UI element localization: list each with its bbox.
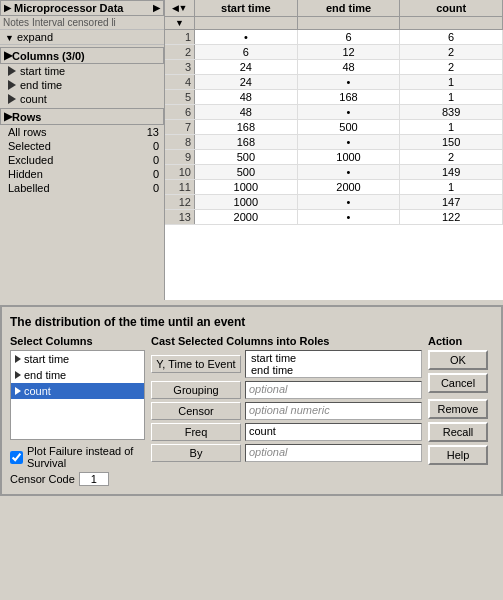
rows-header[interactable]: ▶ Rows [0, 108, 164, 125]
filter-start[interactable] [195, 17, 298, 29]
table-row[interactable]: 9 500 1000 2 [165, 150, 503, 165]
cell-start: 48 [195, 105, 298, 119]
table-row[interactable]: 3 24 48 2 [165, 60, 503, 75]
table-row[interactable]: 2 6 12 2 [165, 45, 503, 60]
column-end-time[interactable]: end time [0, 78, 164, 92]
columns-collapse-icon: ▶ [4, 49, 12, 62]
column-list[interactable]: start time end time count [10, 350, 145, 440]
table-row[interactable]: 8 168 • 150 [165, 135, 503, 150]
cell-start: 2000 [195, 210, 298, 224]
cell-count: 2 [400, 60, 503, 74]
sort-icon-start [8, 66, 16, 76]
row-num: 9 [165, 150, 195, 164]
filter-row: ▼ [165, 17, 503, 30]
col-tri-start [15, 355, 21, 363]
expand-label: expand [17, 31, 53, 43]
col-list-label-start: start time [24, 353, 69, 365]
th-start-time[interactable]: start time [195, 0, 298, 16]
filter-end[interactable] [298, 17, 401, 29]
cell-start: • [195, 30, 298, 44]
cell-end: • [298, 135, 401, 149]
cell-start: 168 [195, 135, 298, 149]
cell-start: 1000 [195, 180, 298, 194]
dialog-title: The distribution of the time until an ev… [10, 315, 493, 329]
table-row[interactable]: 11 1000 2000 1 [165, 180, 503, 195]
table-corner: ◀ ▼ [165, 0, 195, 16]
cell-count: 2 [400, 45, 503, 59]
dataset-header[interactable]: ▶ Microprocessor Data ▶ [0, 0, 164, 16]
th-count[interactable]: count [400, 0, 503, 16]
row-num: 11 [165, 180, 195, 194]
collapse-icon: ▶ [4, 3, 11, 13]
rows-excluded-value: 0 [153, 154, 159, 166]
select-columns-label: Select Columns [10, 335, 145, 347]
rows-allrows-label: All rows [8, 126, 47, 138]
help-button[interactable]: Help [428, 445, 488, 465]
table-header: ◀ ▼ start time end time count [165, 0, 503, 17]
cast-btn-freq[interactable]: Freq [151, 423, 241, 441]
rows-hidden-value: 0 [153, 168, 159, 180]
sort-icon-count [8, 94, 16, 104]
table-row[interactable]: 4 24 • 1 [165, 75, 503, 90]
cancel-button[interactable]: Cancel [428, 373, 488, 393]
action-section: Action OK Cancel Remove Recall Help [428, 335, 493, 486]
cell-end: 48 [298, 60, 401, 74]
action-label: Action [428, 335, 493, 347]
col-list-item-count[interactable]: count [11, 383, 144, 399]
cast-btn-y[interactable]: Y, Time to Event [151, 355, 241, 373]
column-label-start: start time [20, 65, 65, 77]
row-num: 1 [165, 30, 195, 44]
cast-row-y: Y, Time to Event start time end time [151, 350, 422, 378]
row-num: 8 [165, 135, 195, 149]
cell-count: 6 [400, 30, 503, 44]
ok-button[interactable]: OK [428, 350, 488, 370]
checkbox-label: Plot Failure instead of Survival [27, 445, 145, 469]
corner-arrow-left: ◀ [172, 3, 179, 13]
cell-count: 2 [400, 150, 503, 164]
cell-count: 147 [400, 195, 503, 209]
cell-count: 839 [400, 105, 503, 119]
cast-btn-by[interactable]: By [151, 444, 241, 462]
cast-btn-grouping[interactable]: Grouping [151, 381, 241, 399]
table-row[interactable]: 5 48 168 1 [165, 90, 503, 105]
corner-arrow-right: ▼ [179, 3, 188, 13]
censor-code-input[interactable] [79, 472, 109, 486]
plot-failure-checkbox[interactable] [10, 451, 23, 464]
rows-hidden: Hidden 0 [0, 167, 164, 181]
cell-count: 122 [400, 210, 503, 224]
column-start-time[interactable]: start time [0, 64, 164, 78]
censor-label: Censor Code [10, 473, 75, 485]
filter-count[interactable] [400, 17, 503, 29]
cast-value-by: optional [245, 444, 422, 462]
table-row[interactable]: 10 500 • 149 [165, 165, 503, 180]
table-row[interactable]: 7 168 500 1 [165, 120, 503, 135]
recall-button[interactable]: Recall [428, 422, 488, 442]
cast-btn-censor[interactable]: Censor [151, 402, 241, 420]
table-row[interactable]: 1 • 6 6 [165, 30, 503, 45]
column-count[interactable]: count [0, 92, 164, 106]
table-row[interactable]: 6 48 • 839 [165, 105, 503, 120]
cell-count: 1 [400, 120, 503, 134]
remove-button[interactable]: Remove [428, 399, 488, 419]
rows-selected-value: 0 [153, 140, 159, 152]
row-num: 2 [165, 45, 195, 59]
cast-row-freq: Freq count [151, 423, 422, 441]
filter-corner: ▼ [165, 17, 195, 29]
cell-end: 168 [298, 90, 401, 104]
th-end-time[interactable]: end time [298, 0, 401, 16]
table-row[interactable]: 13 2000 • 122 [165, 210, 503, 225]
cast-roles-label: Cast Selected Columns into Roles [151, 335, 422, 347]
expand-row[interactable]: ▼ expand [0, 30, 164, 45]
table-row[interactable]: 12 1000 • 147 [165, 195, 503, 210]
col-list-item-start[interactable]: start time [11, 351, 144, 367]
rows-labelled-value: 0 [153, 182, 159, 194]
columns-title: Columns (3/0) [12, 50, 85, 62]
y-val-end: end time [251, 364, 293, 376]
col-list-item-end[interactable]: end time [11, 367, 144, 383]
columns-header[interactable]: ▶ Columns (3/0) [0, 47, 164, 64]
col-list-label-count: count [24, 385, 51, 397]
row-num: 3 [165, 60, 195, 74]
column-label-count: count [20, 93, 47, 105]
cast-value-freq: count [245, 423, 422, 441]
row-num: 7 [165, 120, 195, 134]
